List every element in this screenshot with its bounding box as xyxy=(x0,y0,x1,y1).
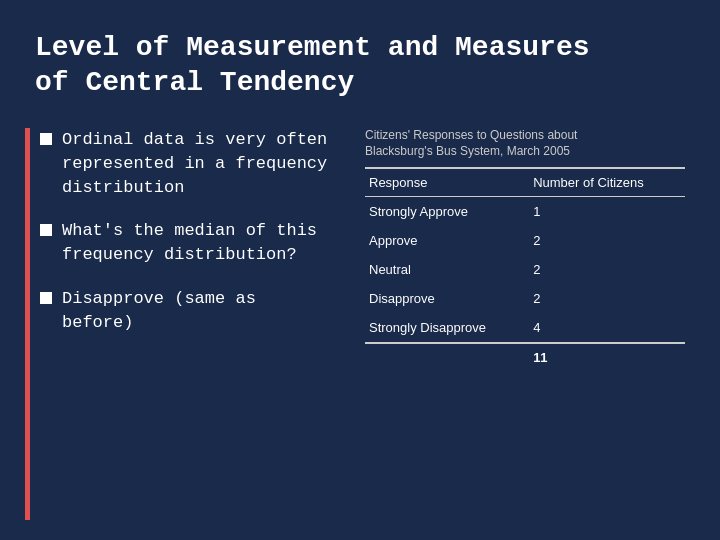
bullet-item-1: Ordinal data is very often represented i… xyxy=(40,128,335,199)
left-column: Ordinal data is very often represented i… xyxy=(35,128,335,520)
count-cell: 2 xyxy=(529,255,685,284)
bullet-icon-2 xyxy=(40,224,52,236)
response-cell: Disapprove xyxy=(365,284,529,313)
total-value: 11 xyxy=(529,343,685,371)
bullet-item-3: Disapprove (same as before) xyxy=(40,287,335,335)
table-total-row: 11 xyxy=(365,343,685,371)
table-title: Citizens' Responses to Questions about B… xyxy=(365,128,685,159)
response-cell: Strongly Disapprove xyxy=(365,313,529,343)
table-row: Neutral2 xyxy=(365,255,685,284)
table-row: Approve2 xyxy=(365,226,685,255)
title-line1: Level of Measurement and Measures xyxy=(35,32,590,63)
bullet-text-2: What's the median of this frequency dist… xyxy=(62,219,335,267)
total-label xyxy=(365,343,529,371)
table-row: Disapprove2 xyxy=(365,284,685,313)
content-area: Ordinal data is very often represented i… xyxy=(35,128,685,520)
data-table: Response Number of Citizens Strongly App… xyxy=(365,167,685,371)
col2-header: Number of Citizens xyxy=(529,168,685,197)
table-row: Strongly Disapprove4 xyxy=(365,313,685,343)
count-cell: 4 xyxy=(529,313,685,343)
response-cell: Strongly Approve xyxy=(365,197,529,227)
count-cell: 2 xyxy=(529,226,685,255)
count-cell: 1 xyxy=(529,197,685,227)
slide-title: Level of Measurement and Measures of Cen… xyxy=(35,30,685,100)
bullet-item-2: What's the median of this frequency dist… xyxy=(40,219,335,267)
table-row: Strongly Approve1 xyxy=(365,197,685,227)
bullet-text-1: Ordinal data is very often represented i… xyxy=(62,128,335,199)
table-title-line1: Citizens' Responses to Questions about xyxy=(365,128,577,142)
col1-header: Response xyxy=(365,168,529,197)
bullet-icon-3 xyxy=(40,292,52,304)
title-line2: of Central Tendency xyxy=(35,67,354,98)
response-cell: Neutral xyxy=(365,255,529,284)
bullet-icon-1 xyxy=(40,133,52,145)
right-column: Citizens' Responses to Questions about B… xyxy=(365,128,685,520)
slide: Level of Measurement and Measures of Cen… xyxy=(0,0,720,540)
table-header-row: Response Number of Citizens xyxy=(365,168,685,197)
response-cell: Approve xyxy=(365,226,529,255)
count-cell: 2 xyxy=(529,284,685,313)
bullet-text-3: Disapprove (same as before) xyxy=(62,287,335,335)
table-title-line2: Blacksburg's Bus System, March 2005 xyxy=(365,144,570,158)
